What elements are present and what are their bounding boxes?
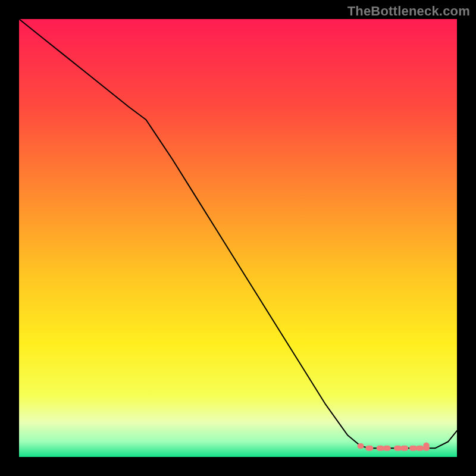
optimal-marker	[365, 446, 373, 451]
optimal-marker	[358, 443, 364, 449]
plot-area	[19, 19, 457, 457]
chart-stage: TheBottleneck.com	[0, 0, 476, 476]
optimal-marker	[400, 446, 408, 451]
chart-svg	[19, 19, 457, 457]
optimal-marker-end	[423, 443, 430, 449]
optimal-marker	[416, 446, 424, 451]
gradient-background	[19, 19, 457, 457]
watermark-label: TheBottleneck.com	[347, 4, 470, 19]
optimal-marker	[383, 446, 391, 451]
